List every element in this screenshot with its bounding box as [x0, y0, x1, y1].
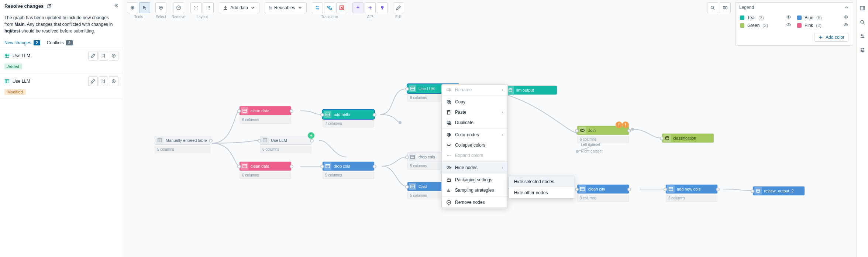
ctx-expand-colors: Expand colors: [442, 150, 507, 161]
change-item[interactable]: Use LLM Added: [0, 48, 123, 73]
svg-rect-4: [5, 80, 9, 83]
hide-nodes-submenu: Hide selected nodes Hide other nodes: [509, 176, 575, 199]
svg-point-52: [666, 137, 669, 138]
rail-sliders-button[interactable]: [858, 32, 867, 41]
tab-conflicts[interactable]: Conflicts2: [47, 40, 73, 45]
svg-point-74: [863, 48, 864, 49]
svg-point-2: [112, 54, 116, 58]
right-rail: [856, 0, 868, 257]
node-llm-output[interactable]: llm output: [505, 86, 557, 95]
rail-settings-button[interactable]: [858, 46, 867, 55]
svg-rect-41: [243, 109, 247, 113]
svg-rect-62: [448, 122, 451, 124]
edit-change-button[interactable]: [88, 76, 98, 86]
node-add-new-cols[interactable]: add new cols 3 columns: [666, 185, 717, 202]
svg-rect-46: [411, 87, 415, 90]
svg-rect-40: [158, 139, 162, 142]
add-badge-icon: +: [308, 132, 314, 139]
ctx-copy[interactable]: Copy: [442, 97, 507, 107]
sub-hide-other[interactable]: Hide other nodes: [509, 187, 575, 198]
tab-new-changes[interactable]: New changes2: [4, 40, 40, 45]
ctx-color-nodes[interactable]: Color nodes›: [442, 130, 507, 140]
svg-point-55: [757, 189, 760, 191]
svg-point-75: [861, 50, 862, 51]
svg-rect-70: [860, 6, 865, 10]
svg-point-72: [861, 35, 862, 36]
svg-rect-42: [243, 165, 247, 168]
new-tab-icon[interactable]: [46, 4, 52, 9]
svg-point-65: [448, 155, 449, 156]
node-clean-city[interactable]: clean city 3 columns: [577, 185, 629, 202]
node-join[interactable]: Join 6 columns ! !: [577, 126, 629, 143]
rail-panel-button[interactable]: [858, 4, 867, 13]
svg-rect-68: [447, 179, 451, 181]
graph-canvas[interactable]: Tools Select Remove Layout Add data: [123, 0, 856, 257]
svg-rect-53: [581, 188, 585, 191]
diff-change-button[interactable]: [99, 76, 108, 86]
svg-point-64: [447, 155, 448, 156]
ctx-hide-nodes[interactable]: Hide nodes›: [442, 162, 507, 173]
svg-rect-58: [448, 101, 451, 104]
locate-change-button[interactable]: [109, 51, 118, 61]
node-clean-data[interactable]: clean data 6 columns: [240, 106, 291, 124]
table-icon: [4, 53, 10, 58]
ctx-collapse-colors[interactable]: Collapse colors: [442, 140, 507, 150]
svg-rect-61: [447, 121, 450, 124]
svg-rect-54: [669, 188, 673, 191]
locate-change-button[interactable]: [109, 76, 118, 86]
edit-change-button[interactable]: [88, 51, 98, 61]
svg-rect-56: [447, 89, 451, 90]
svg-rect-43: [263, 139, 267, 142]
ctx-sampling-strategies[interactable]: Sampling strategies: [442, 185, 507, 195]
table-icon: [4, 79, 10, 84]
node-drop-cols[interactable]: drop cols 5 columns: [323, 162, 374, 179]
svg-point-73: [862, 37, 864, 38]
resolve-changes-panel: Resolve changes The graph has been updat…: [0, 0, 123, 257]
warning-badge-icon: !: [622, 121, 629, 128]
change-item[interactable]: Use LLM Modified: [0, 73, 123, 99]
svg-rect-47: [411, 155, 415, 159]
node-clean-data[interactable]: clean data 6 columns: [240, 162, 291, 179]
svg-point-5: [112, 80, 116, 83]
panel-title: Resolve changes: [4, 3, 44, 9]
sub-hide-selected[interactable]: Hide selected nodes: [509, 176, 575, 187]
ctx-remove-nodes[interactable]: Remove nodes: [442, 197, 507, 208]
diff-change-button[interactable]: [99, 51, 108, 61]
svg-point-76: [862, 51, 863, 52]
node-context-menu: Rename› Copy Paste› Duplicate Color node…: [441, 84, 508, 208]
svg-rect-44: [326, 113, 330, 116]
status-badge: Added: [4, 64, 22, 69]
svg-point-67: [448, 167, 450, 168]
collapse-panel-icon[interactable]: [113, 3, 118, 9]
svg-rect-48: [411, 185, 415, 188]
svg-point-3: [113, 55, 114, 56]
ctx-rename: Rename›: [442, 85, 507, 95]
rail-search-button[interactable]: [858, 18, 867, 27]
node-manually-entered-table[interactable]: Manually entered table 5 columns: [155, 136, 210, 153]
svg-point-49: [509, 89, 512, 90]
panel-description: The graph has been updated to include ne…: [0, 12, 123, 38]
warning-badge-icon: !: [616, 121, 622, 128]
status-badge: Modified: [4, 89, 26, 95]
node-use-llm-ghost[interactable]: Use LLM 6 columns +: [260, 136, 311, 153]
svg-rect-57: [447, 100, 450, 103]
ctx-duplicate[interactable]: Duplicate: [442, 117, 507, 128]
svg-point-71: [861, 20, 864, 23]
svg-point-66: [450, 155, 450, 156]
node-classification[interactable]: classification: [662, 134, 714, 143]
svg-point-6: [113, 81, 114, 82]
ctx-packaging-settings[interactable]: Packaging settings: [442, 175, 507, 185]
svg-rect-1: [5, 54, 9, 58]
node-add-hello[interactable]: add hello 7 columns: [323, 110, 374, 127]
ctx-paste[interactable]: Paste›: [442, 107, 507, 117]
svg-rect-45: [326, 165, 330, 168]
node-review-output[interactable]: review_output_2: [753, 186, 805, 195]
